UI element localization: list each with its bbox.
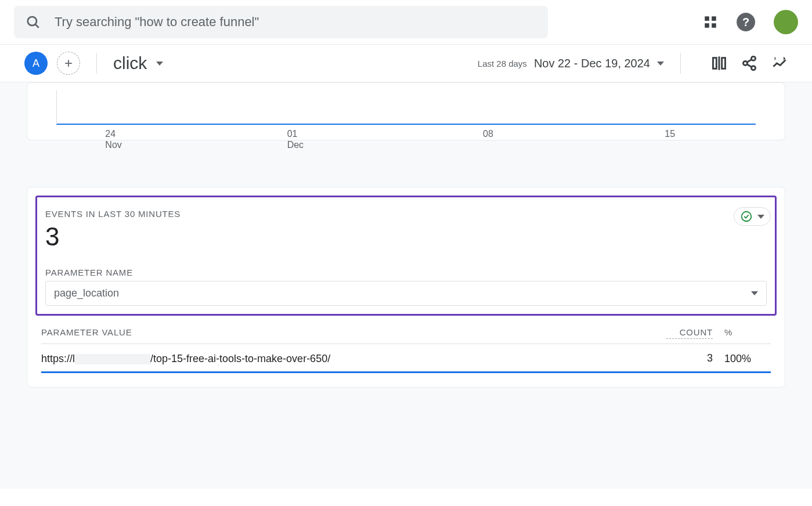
x-tick: 24 Nov xyxy=(105,128,121,150)
events-count: 3 xyxy=(45,222,767,251)
svg-line-13 xyxy=(747,64,752,67)
table-header: PARAMETER VALUE COUNT % xyxy=(41,323,771,344)
events-card: EVENTS IN LAST 30 MINUTES 3 PARAMETER NA… xyxy=(27,187,785,388)
table-row[interactable]: https://l/top-15-free-ai-tools-to-make-o… xyxy=(41,344,771,373)
events-title: EVENTS IN LAST 30 MINUTES xyxy=(45,209,767,219)
search-icon xyxy=(26,15,41,30)
share-icon[interactable] xyxy=(741,55,757,71)
check-circle-icon xyxy=(740,210,753,223)
svg-rect-4 xyxy=(705,23,709,28)
svg-rect-2 xyxy=(705,16,709,21)
help-icon[interactable]: ? xyxy=(737,13,755,31)
chart-card: 24 Nov 01 Dec 08 15 xyxy=(27,82,785,140)
chevron-down-icon xyxy=(657,62,664,66)
header-value: PARAMETER VALUE xyxy=(41,327,666,339)
date-range-value: Nov 22 - Dec 19, 2024 xyxy=(534,57,650,70)
svg-point-10 xyxy=(744,62,748,66)
search-input[interactable] xyxy=(55,15,536,30)
divider xyxy=(96,53,97,74)
svg-point-9 xyxy=(752,56,756,60)
insights-icon[interactable] xyxy=(771,55,788,71)
highlight-box: EVENTS IN LAST 30 MINUTES 3 PARAMETER NA… xyxy=(35,196,777,316)
date-range-label: Last 28 days xyxy=(478,59,527,68)
top-bar: ? xyxy=(0,0,812,45)
svg-line-1 xyxy=(35,24,39,28)
event-name: click xyxy=(113,53,147,73)
chevron-down-icon xyxy=(757,215,764,219)
param-selected-value: page_location xyxy=(54,287,119,299)
svg-rect-5 xyxy=(712,23,716,28)
topbar-actions: ? xyxy=(703,10,798,34)
segment-chip[interactable]: A xyxy=(24,52,48,75)
compare-icon[interactable] xyxy=(711,55,727,71)
param-select[interactable]: page_location xyxy=(45,281,767,306)
apps-icon[interactable] xyxy=(703,15,718,30)
chart-area[interactable] xyxy=(56,90,756,125)
chevron-down-icon xyxy=(156,62,163,66)
svg-point-14 xyxy=(742,212,752,222)
svg-rect-3 xyxy=(712,16,716,21)
x-tick: 08 xyxy=(483,128,493,139)
svg-point-0 xyxy=(28,17,37,26)
param-name-label: PARAMETER NAME xyxy=(45,268,767,277)
cell-value: https://l/top-15-free-ai-tools-to-make-o… xyxy=(41,353,666,365)
svg-rect-6 xyxy=(713,58,717,69)
toolbar: A + click Last 28 days Nov 22 - Dec 19, … xyxy=(0,45,812,82)
search-box[interactable] xyxy=(14,6,548,38)
chevron-down-icon xyxy=(751,291,758,295)
divider xyxy=(680,53,681,74)
svg-rect-8 xyxy=(722,58,726,69)
status-chip[interactable] xyxy=(734,207,771,226)
x-tick: 01 Dec xyxy=(287,128,304,150)
header-count[interactable]: COUNT xyxy=(666,327,713,339)
cell-count: 3 xyxy=(666,352,713,366)
svg-point-11 xyxy=(752,66,756,70)
avatar[interactable] xyxy=(774,10,798,34)
redacted xyxy=(75,354,150,364)
svg-line-12 xyxy=(747,60,752,63)
header-pct: % xyxy=(713,327,771,339)
content-area: 24 Nov 01 Dec 08 15 EVENTS IN LAST 30 MI… xyxy=(0,82,812,489)
x-tick: 15 xyxy=(665,128,675,139)
cell-pct: 100% xyxy=(713,353,771,365)
add-segment-button[interactable]: + xyxy=(57,52,80,75)
event-select[interactable]: click xyxy=(113,53,163,73)
param-table: PARAMETER VALUE COUNT % https://l/top-15… xyxy=(41,323,771,373)
date-range-picker[interactable]: Last 28 days Nov 22 - Dec 19, 2024 xyxy=(478,57,664,70)
